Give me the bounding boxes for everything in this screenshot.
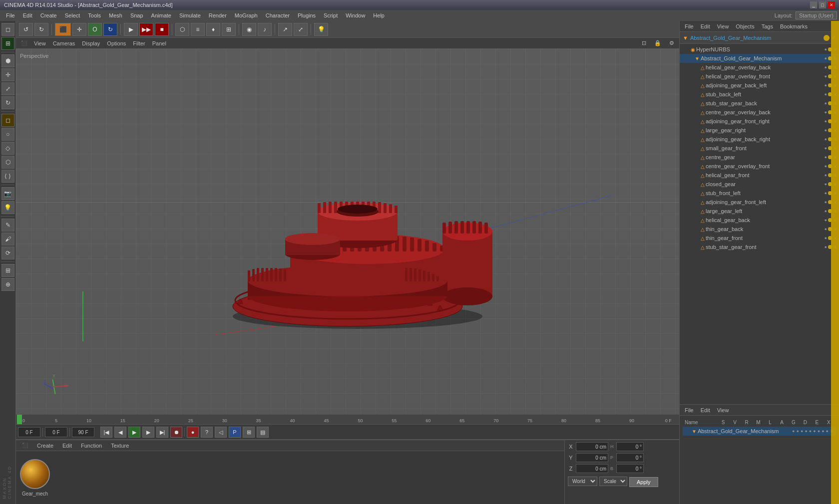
menu-create[interactable]: Create — [36, 11, 61, 19]
material-slot[interactable]: Gear_mech — [20, 459, 50, 497]
menu-window[interactable]: Window — [342, 11, 369, 19]
redo-btn[interactable]: ↻ — [34, 23, 48, 36]
play-btn[interactable]: ▶ — [128, 427, 140, 438]
scene-menu-objects[interactable]: Objects — [733, 23, 757, 30]
scene-menu-file[interactable]: File — [682, 23, 697, 30]
tree-item-19[interactable]: △ thin_gear_front ● ✕ — [680, 234, 839, 243]
tree-item-mechanism[interactable]: ▼ Abstract_Gold_Gear_Mechanism ● ✕ — [680, 54, 839, 63]
vp-menu-view[interactable]: View — [31, 40, 49, 47]
tree-item-10[interactable]: △ centre_gear ● ✕ — [680, 153, 839, 162]
sound-btn[interactable]: ♪ — [258, 23, 272, 36]
layout-value[interactable]: Startup (User) — [796, 11, 837, 19]
mat-menu-function[interactable]: Function — [77, 442, 106, 449]
tool-pen-btn[interactable]: ✎ — [1, 219, 14, 232]
render-active-btn[interactable]: ▶▶ — [139, 23, 153, 36]
minimize-btn[interactable]: _ — [810, 1, 817, 8]
vp-lock-btn[interactable]: 🔒 — [651, 39, 664, 47]
tree-item-17[interactable]: △ helical_gear_back ● ✕ — [680, 216, 839, 225]
tree-item-14[interactable]: △ stub_front_left ● ✕ — [680, 189, 839, 198]
tree-item-16[interactable]: △ large_gear_left ● ✕ — [680, 207, 839, 216]
tool-select-btn[interactable]: ⬢ — [1, 54, 14, 67]
tool-scale-btn[interactable]: ⤢ — [1, 82, 14, 95]
tool-cube-btn[interactable]: ◻ — [1, 114, 14, 127]
attr-manager-btn[interactable]: ≡ — [191, 23, 205, 36]
play-start-btn[interactable]: |◀ — [100, 427, 112, 438]
undo-btn[interactable]: ↺ — [19, 23, 33, 36]
menu-select[interactable]: Select — [61, 11, 84, 19]
attr-menu-view[interactable]: View — [714, 407, 732, 414]
menu-snap[interactable]: Snap — [126, 11, 147, 19]
attr-menu-edit[interactable]: Edit — [698, 407, 713, 414]
menu-mograph[interactable]: MoGraph — [231, 11, 262, 19]
mat-menu-texture[interactable]: Texture — [107, 442, 133, 449]
window-controls[interactable]: _ □ ✕ — [810, 1, 835, 8]
play-prev-btn[interactable]: ◀ — [114, 427, 126, 438]
timeline2-btn[interactable]: ♦ — [206, 23, 220, 36]
menu-character[interactable]: Character — [262, 11, 294, 19]
key-sel-btn[interactable]: ? — [201, 427, 213, 438]
scale-tool-btn[interactable]: ⤢ — [294, 23, 308, 36]
obj-manager-btn[interactable]: ⬡ — [175, 23, 189, 36]
tool-snap2-btn[interactable]: ⊕ — [1, 278, 14, 291]
move-btn[interactable]: ✛ — [72, 23, 86, 36]
tool-grid-btn[interactable]: ⊞ — [1, 264, 14, 277]
maximize-btn[interactable]: □ — [819, 1, 826, 8]
current-frame-display[interactable] — [45, 427, 67, 437]
record-btn[interactable]: ⏺ — [170, 427, 182, 438]
tree-item-4[interactable]: △ stub_star_gear_back ● ✕ — [680, 99, 839, 108]
mat-menu-create[interactable]: Create — [33, 442, 57, 449]
menu-animate[interactable]: Animate — [147, 11, 175, 19]
tl-options-btn[interactable]: ▤ — [257, 427, 269, 438]
scene-menu-view[interactable]: View — [714, 23, 732, 30]
viewport[interactable]: Perspective Y X — [16, 49, 679, 414]
coord-apply-btn[interactable]: Apply — [629, 477, 658, 487]
vp-menu-panel[interactable]: Panel — [149, 40, 169, 47]
mat-menu-edit[interactable]: Edit — [58, 442, 76, 449]
tree-item-0[interactable]: △ helical_gear_overlay_back ● ✕ — [680, 63, 839, 72]
motion-path-btn[interactable]: ◁ — [215, 427, 227, 438]
menu-render[interactable]: Render — [205, 11, 231, 19]
vp-menu-cameras[interactable]: Cameras — [50, 40, 78, 47]
current-frame-input[interactable] — [18, 427, 40, 437]
menu-edit[interactable]: Edit — [19, 11, 36, 19]
selected-obj-row[interactable]: ▼ Abstract_Gold_Gear_Mechanism ● ● ● ● ●… — [683, 427, 836, 436]
tl-grid-btn[interactable]: ⊞ — [243, 427, 255, 438]
coord-z-pos[interactable] — [576, 464, 608, 473]
vp-options-btn[interactable]: ⚙ — [666, 39, 677, 47]
coord-y-p[interactable] — [616, 453, 644, 462]
coord-world-select[interactable]: World Object — [568, 477, 597, 486]
attr-menu-file[interactable]: File — [682, 407, 697, 414]
tree-item-15[interactable]: △ adjoining_gear_front_left ● ✕ — [680, 198, 839, 207]
tree-item-12[interactable]: △ helical_gear_front ● ✕ — [680, 171, 839, 180]
tool-nurbs-btn[interactable]: ⬡ — [1, 156, 14, 169]
close-btn[interactable]: ✕ — [828, 1, 835, 8]
menu-help[interactable]: Help — [369, 11, 389, 19]
tree-item-8[interactable]: △ adjoining_gear_back_right ● ✕ — [680, 135, 839, 144]
anim-path-btn[interactable]: ◉ — [242, 23, 256, 36]
menu-script[interactable]: Script — [320, 11, 342, 19]
tool-spline-btn[interactable]: ◇ — [1, 142, 14, 155]
scene-menu-edit[interactable]: Edit — [698, 23, 713, 30]
menu-simulate[interactable]: Simulate — [175, 11, 205, 19]
vp-menu-filter[interactable]: Filter — [130, 40, 148, 47]
end-frame-input[interactable] — [72, 427, 94, 437]
tool-rotate-btn[interactable]: ↻ — [1, 96, 14, 109]
tool-sphere-btn[interactable]: ○ — [1, 128, 14, 141]
coord-x-pos[interactable] — [576, 442, 608, 451]
rotate-btn[interactable]: ↻ — [103, 23, 117, 36]
coord-y-pos[interactable] — [576, 453, 608, 462]
move-tool-btn[interactable]: ↗ — [278, 23, 292, 36]
menu-tools[interactable]: Tools — [84, 11, 105, 19]
auto-key-btn[interactable]: ● — [187, 427, 199, 438]
vp-expand-btn[interactable]: ⊡ — [639, 39, 649, 47]
scene-menu-bookmarks[interactable]: Bookmarks — [777, 23, 811, 30]
coord-scale-select[interactable]: Scale — [599, 477, 627, 486]
vp-menu-options[interactable]: Options — [104, 40, 129, 47]
tool-move-btn[interactable]: ✛ — [1, 68, 14, 81]
tool-paint-btn[interactable]: 🖌 — [1, 233, 14, 246]
menu-plugins[interactable]: Plugins — [294, 11, 320, 19]
tree-item-9[interactable]: △ small_gear_front ● ✕ — [680, 144, 839, 153]
render-region-btn[interactable]: ▶ — [124, 23, 138, 36]
tree-item-5[interactable]: △ centre_gear_overlay_back ● ✕ — [680, 108, 839, 117]
menu-mesh[interactable]: Mesh — [105, 11, 126, 19]
